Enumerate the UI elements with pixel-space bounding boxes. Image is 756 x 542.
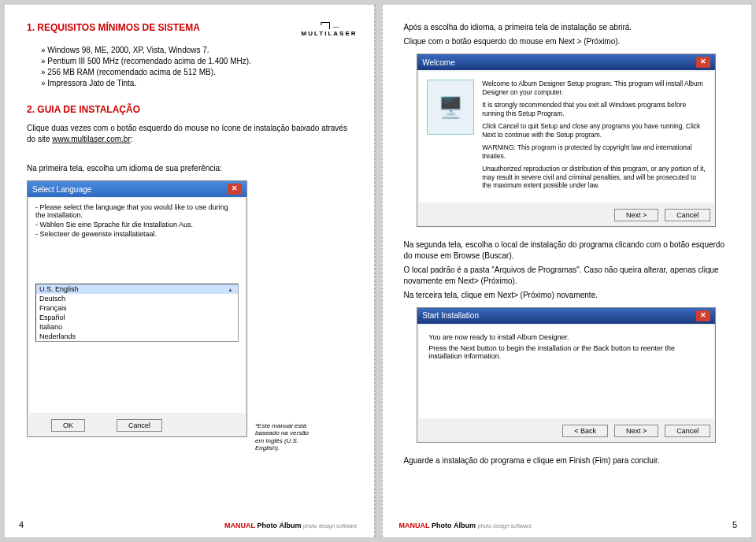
start-installation-dialog: Start Installation ✕ You are now ready t… — [417, 307, 716, 443]
lang-option[interactable]: U.S. English — [36, 284, 238, 294]
close-icon[interactable]: ✕ — [228, 184, 242, 195]
dialog-body: - Please select the language that you wo… — [29, 199, 245, 413]
ok-button[interactable]: OK — [51, 419, 85, 432]
welcome-image — [427, 80, 474, 135]
welcome-text: Welcome to Album Designer Setup program.… — [482, 80, 706, 195]
req-item: Impressora Jato de Tinta. — [41, 79, 353, 87]
select-language-dialog: Select Language ✕ - Please select the la… — [27, 180, 247, 437]
manual-footer: MANUAL Photo Álbum photo design software — [399, 522, 532, 529]
intro-p1: Após a escolha do idioma, a primeira tel… — [404, 22, 730, 33]
mid-p2: O local padrão é a pasta "Arquivos de Pr… — [404, 265, 730, 287]
language-listbox[interactable]: U.S. English Deutsch Français Español It… — [35, 284, 239, 342]
cut-mark — [382, 5, 383, 537]
footer-red: MANUAL — [399, 522, 430, 529]
footer-red: MANUAL — [224, 522, 255, 529]
dialog-title-text: Welcome — [422, 58, 455, 67]
guide-paragraph-1: Clique duas vezes com o botão esquerdo d… — [27, 123, 353, 145]
dialog-body: You are now ready to install Album Desig… — [419, 325, 713, 418]
logo-text: MULTILASER — [302, 30, 358, 37]
dialog-titlebar: Welcome ✕ — [417, 54, 715, 70]
page-5: Após a escolha do idioma, a primeira tel… — [382, 5, 752, 537]
req-item: Pentium III 500 MHz (recomendado acima d… — [41, 57, 353, 65]
cut-mark — [374, 5, 375, 537]
text: : — [131, 135, 133, 143]
lang-option[interactable]: Nederlands — [36, 332, 238, 341]
lang-line: - Selecteer de gewenste installatietaal. — [35, 230, 239, 238]
dialog-body: Welcome to Album Designer Setup program.… — [419, 72, 713, 202]
intro-p2: Clique com o botão esquerdo do mouse em … — [404, 36, 730, 47]
lang-option[interactable]: Deutsch — [36, 294, 238, 303]
lang-option[interactable]: Français — [36, 303, 238, 313]
logo-glyph: ⌐┐_ — [302, 16, 358, 28]
cancel-button[interactable]: Cancel — [665, 209, 710, 221]
welcome-p: WARNING: This program is protected by co… — [482, 143, 706, 160]
cancel-button[interactable]: Cancel — [665, 425, 710, 437]
dialog-titlebar: Start Installation ✕ — [417, 308, 715, 324]
back-button[interactable]: < Back — [562, 425, 608, 437]
welcome-p: Unauthorized reproduction or distributio… — [482, 165, 706, 190]
req-item: Windows 98, ME, 2000, XP, Vista, Windows… — [41, 46, 353, 54]
guide-paragraph-2: Na primeira tela, escolha um idioma de s… — [27, 163, 353, 174]
start-p: You are now ready to install Album Desig… — [428, 333, 704, 341]
brand-logo: ⌐┐_ MULTILASER — [302, 16, 358, 37]
welcome-p: Click Cancel to quit Setup and close any… — [482, 122, 706, 139]
lang-option[interactable]: Español — [36, 313, 238, 322]
dialog-title-text: Start Installation — [422, 311, 479, 320]
page-number: 5 — [732, 520, 737, 529]
page-4: ⌐┐_ MULTILASER 1. REQUISITOS MÍNIMOS DE … — [5, 5, 376, 537]
footer-sub: photo design software — [303, 523, 358, 529]
lang-line: - Please select the language that you wo… — [35, 203, 239, 219]
lang-line: - Wählen Sie eine Sprache für die Instal… — [35, 221, 239, 228]
footer-sub: photo design software — [478, 523, 532, 529]
welcome-p: It is strongly recommended that you exit… — [482, 101, 706, 117]
section-2-title: 2. GUIA DE INSTALAÇÃO — [27, 104, 353, 115]
start-p: Press the Next button to begin the insta… — [428, 344, 704, 360]
next-button[interactable]: Next > — [614, 209, 658, 221]
welcome-p: Welcome to Album Designer Setup program.… — [482, 80, 706, 96]
dialog-title-text: Select Language — [32, 185, 91, 194]
site-link[interactable]: www.multilaser.com.br — [52, 135, 130, 143]
cancel-button[interactable]: Cancel — [117, 419, 162, 432]
final-p: Aguarde a instalação do programa e cliqu… — [404, 455, 730, 466]
manual-footer: MANUAL Photo Álbum photo design software — [224, 522, 358, 529]
close-icon[interactable]: ✕ — [696, 57, 710, 68]
lang-option[interactable]: Italiano — [36, 322, 238, 332]
dialog-actions: < Back Next > Cancel — [417, 420, 715, 442]
req-item: 256 MB RAM (recomendado acima de 512 MB)… — [41, 68, 353, 76]
mid-p1: Na segunda tela, escolha o local de inst… — [404, 239, 730, 262]
close-icon[interactable]: ✕ — [696, 310, 710, 321]
dialog-actions: OK Cancel — [28, 414, 246, 436]
requirements-list: Windows 98, ME, 2000, XP, Vista, Windows… — [41, 46, 353, 90]
page-number: 4 — [19, 520, 24, 529]
dialog-titlebar: Select Language ✕ — [28, 181, 246, 197]
footer-bold: Photo Álbum — [257, 522, 301, 529]
next-button[interactable]: Next > — [614, 425, 658, 437]
welcome-dialog: Welcome ✕ Welcome to Album Designer Setu… — [417, 54, 716, 227]
mid-p3: Na terceira tela, clique em Next> (Próxi… — [404, 290, 730, 301]
dialog-actions: Next > Cancel — [417, 204, 715, 226]
footer-bold: Photo Álbum — [432, 522, 476, 529]
footnote: *Este manual está baseado na versão em I… — [255, 422, 310, 452]
